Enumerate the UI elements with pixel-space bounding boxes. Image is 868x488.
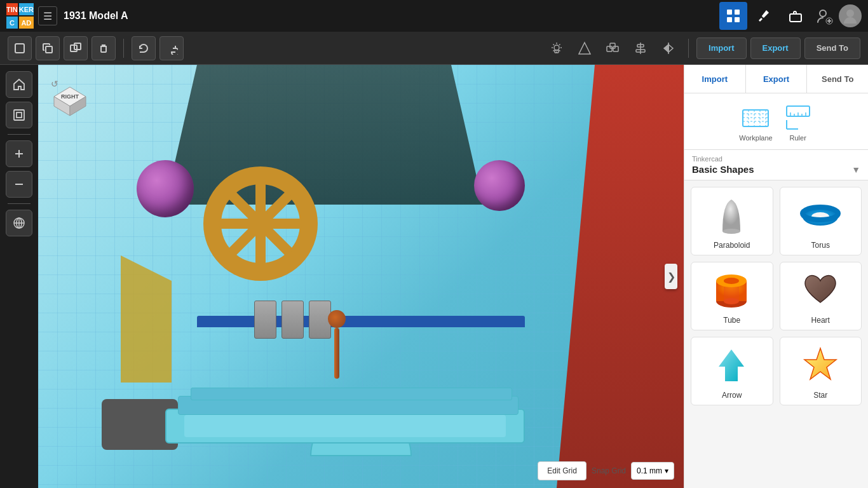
perspective-button[interactable] <box>6 210 32 236</box>
rp-tools: Workplane Ruler <box>684 93 868 150</box>
edit-grid-button[interactable]: Edit Grid <box>538 461 587 480</box>
rp-library[interactable]: Tinkercad Basic Shapes ▼ <box>684 150 868 180</box>
sendto-button[interactable]: Send To <box>804 37 860 59</box>
corner-cube[interactable]: RIGHT ↺ <box>48 74 92 119</box>
lt-sep-1 <box>8 134 31 135</box>
undo-button[interactable] <box>132 36 156 60</box>
rp-lib-selector[interactable]: Basic Shapes ▼ <box>692 164 860 175</box>
separator-2 <box>688 39 689 58</box>
svg-rect-1 <box>735 10 740 15</box>
svg-rect-25 <box>607 46 612 51</box>
dash-btn-1 <box>254 301 276 339</box>
svg-rect-14 <box>101 46 106 52</box>
export-button[interactable]: Export <box>750 37 801 59</box>
new-button[interactable] <box>8 36 32 60</box>
logo-br: AD <box>19 17 34 29</box>
add-user-button[interactable] <box>813 4 836 27</box>
svg-rect-26 <box>613 46 618 51</box>
dash-btn-2 <box>281 301 304 339</box>
sphere-right <box>474 160 525 211</box>
rp-lib-arrow: ▼ <box>851 165 860 175</box>
avatar[interactable] <box>839 4 862 27</box>
copy-button[interactable] <box>36 36 60 60</box>
briefcase-button[interactable] <box>782 2 810 30</box>
hammer-button[interactable] <box>750 2 778 30</box>
panel-expand-chevron[interactable]: ❯ <box>665 264 677 289</box>
align-button[interactable] <box>628 36 653 60</box>
svg-line-22 <box>553 50 555 51</box>
home-view-button[interactable] <box>6 71 32 98</box>
snap-value-text: 0.1 mm <box>637 466 662 475</box>
fit-view-button[interactable] <box>6 102 32 128</box>
svg-point-9 <box>846 10 854 17</box>
list-view-icon[interactable]: ☰ <box>38 6 57 25</box>
star-icon <box>798 342 843 387</box>
toolbar: Import Export Send To <box>0 32 868 65</box>
svg-line-21 <box>559 50 560 51</box>
yellow-left <box>121 255 172 383</box>
shape-arrow[interactable]: Arrow <box>691 337 773 405</box>
zoom-in-button[interactable] <box>6 140 32 167</box>
svg-rect-3 <box>735 17 740 22</box>
svg-line-20 <box>553 44 555 45</box>
shape-button[interactable] <box>573 36 597 60</box>
steering-wheel <box>203 166 318 281</box>
arrow-label: Arrow <box>722 391 742 400</box>
svg-marker-75 <box>804 348 836 379</box>
import-button[interactable]: Import <box>696 37 746 59</box>
workplane-label: Workplane <box>739 134 772 142</box>
separator-1 <box>123 39 124 58</box>
bottom-controls: Edit Grid Snap Grid 0.1 mm ▾ <box>538 461 674 480</box>
svg-rect-34 <box>14 110 24 120</box>
mirror-button[interactable] <box>656 36 681 60</box>
workplane-tool[interactable]: Workplane <box>739 101 772 142</box>
svg-rect-4 <box>790 14 801 22</box>
ruler-tool[interactable]: Ruler <box>783 101 813 142</box>
svg-marker-33 <box>668 44 673 52</box>
snap-grid-label: Snap Grid <box>592 466 626 475</box>
rp-export-button[interactable]: Export <box>746 65 808 93</box>
shape-star[interactable]: Star <box>780 337 862 405</box>
rp-lib-name: Basic Shapes <box>692 164 754 175</box>
redo-button[interactable] <box>159 36 184 60</box>
sphere-left <box>137 160 194 217</box>
viewport[interactable]: RIGHT ↺ ❯ Edit Grid Snap Grid 0.1 mm ▾ <box>38 65 684 488</box>
snap-value-selector[interactable]: 0.1 mm ▾ <box>631 462 674 480</box>
zoom-out-button[interactable] <box>6 171 32 198</box>
delete-button[interactable] <box>92 36 116 60</box>
light-button[interactable] <box>545 36 569 60</box>
rp-lib-provider: Tinkercad <box>692 155 860 163</box>
svg-rect-35 <box>17 112 22 118</box>
snap-value-chevron: ▾ <box>665 466 668 475</box>
svg-rect-10 <box>15 44 24 53</box>
gear-shift <box>327 313 346 377</box>
logo-tr: KER <box>19 3 34 15</box>
svg-point-15 <box>554 45 559 50</box>
viewport-canvas: RIGHT ↺ ❯ Edit Grid Snap Grid 0.1 mm ▾ <box>38 65 684 488</box>
shape-torus[interactable]: Torus <box>780 187 862 255</box>
arrow-shape-icon <box>710 342 754 387</box>
svg-point-5 <box>820 10 826 17</box>
rp-sendto-button[interactable]: Send To <box>807 65 868 93</box>
svg-text:RIGHT: RIGHT <box>61 93 79 100</box>
shape-heart[interactable]: Heart <box>780 262 862 330</box>
grid-view-button[interactable] <box>719 2 747 30</box>
shape-tube[interactable]: Tube <box>691 262 773 330</box>
tube-label: Tube <box>723 316 740 325</box>
tube-icon <box>710 268 754 312</box>
project-title: 1931 Model A <box>64 10 713 22</box>
ruler-label: Ruler <box>790 134 806 142</box>
svg-rect-2 <box>727 17 732 22</box>
svg-marker-24 <box>579 43 590 54</box>
svg-rect-11 <box>46 46 52 53</box>
ruler-icon <box>783 101 813 132</box>
torus-icon <box>798 193 843 237</box>
svg-rect-48 <box>743 110 768 126</box>
tinkercad-logo[interactable]: TIN KER C AD <box>6 3 32 29</box>
shape-paraboloid[interactable]: Paraboloid <box>691 187 773 255</box>
sw-center <box>248 211 273 236</box>
rp-import-button[interactable]: Import <box>684 65 746 93</box>
duplicate-button[interactable] <box>64 36 88 60</box>
svg-point-64 <box>722 229 740 234</box>
group-button[interactable] <box>600 36 625 60</box>
